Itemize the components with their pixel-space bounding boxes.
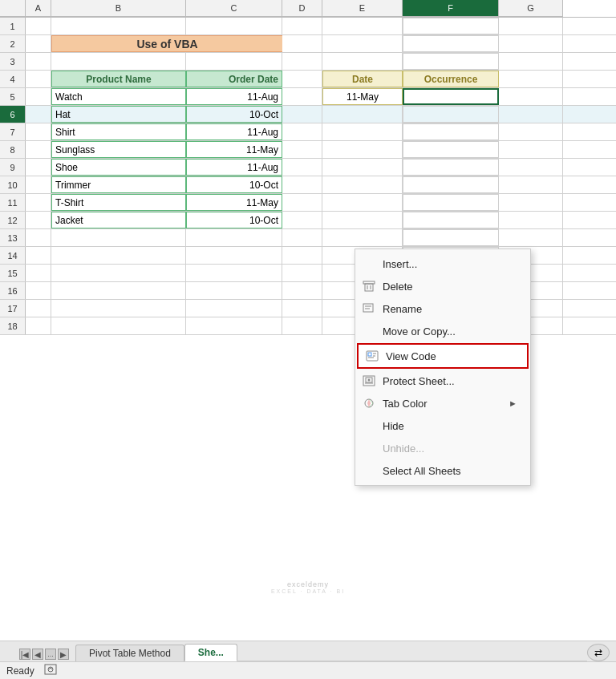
cell-d1[interactable] xyxy=(282,18,322,34)
cell-g5[interactable] xyxy=(499,88,563,105)
cell-g10[interactable] xyxy=(499,176,563,193)
cell-a1[interactable] xyxy=(26,18,51,34)
product-cell[interactable]: Hat xyxy=(51,106,186,123)
cell-g12[interactable] xyxy=(499,212,563,228)
row-num: 17 xyxy=(0,300,26,317)
cell-a3[interactable] xyxy=(26,53,51,70)
cell-a2[interactable] xyxy=(26,35,51,52)
tab-nav-prev[interactable]: ◀ xyxy=(32,649,43,660)
cell-d7[interactable] xyxy=(282,123,322,140)
table-row: 11 T-Shirt 11-May xyxy=(0,194,616,212)
tab-pivot-table[interactable]: Pivot Table Method xyxy=(75,645,184,661)
cell-a12[interactable] xyxy=(26,212,51,228)
menu-protect-sheet[interactable]: Protect Sheet... xyxy=(355,370,530,392)
product-header: Product Name xyxy=(51,71,186,87)
tab-nav-next[interactable]: ▶ xyxy=(58,649,69,660)
product-cell[interactable]: Jacket xyxy=(51,212,186,228)
cell-g6[interactable] xyxy=(499,106,563,123)
product-cell[interactable]: Watch xyxy=(51,88,186,105)
occurrence-cell-selected[interactable] xyxy=(403,88,499,105)
cell-d9[interactable] xyxy=(282,159,322,176)
cell-g9[interactable] xyxy=(499,159,563,176)
cell-a8[interactable] xyxy=(26,141,51,158)
product-cell[interactable]: Sunglass xyxy=(51,141,186,158)
scroll-nav-button[interactable]: ⇄ xyxy=(587,644,610,661)
product-cell[interactable]: Shoe xyxy=(51,159,186,176)
menu-insert[interactable]: Insert... xyxy=(355,253,530,275)
date-cell[interactable]: 11-May xyxy=(186,194,282,211)
date-cell[interactable]: 10-Oct xyxy=(186,106,282,123)
cell-g1[interactable] xyxy=(499,18,563,34)
product-cell[interactable]: Shirt xyxy=(51,123,186,140)
date-cell[interactable]: 10-Oct xyxy=(186,176,282,193)
cell-a7[interactable] xyxy=(26,123,51,140)
cell-e12[interactable] xyxy=(322,212,403,228)
cell-c3[interactable] xyxy=(186,53,282,70)
date-cell[interactable]: 11-Aug xyxy=(186,88,282,105)
cell-e10[interactable] xyxy=(322,176,403,193)
cell-a4[interactable] xyxy=(26,71,51,87)
cell-f9[interactable] xyxy=(403,159,499,176)
cell-d5[interactable] xyxy=(282,88,322,105)
cell-d12[interactable] xyxy=(282,212,322,228)
cell-a10[interactable] xyxy=(26,176,51,193)
cell-a9[interactable] xyxy=(26,159,51,176)
date-right-data[interactable]: 11-May xyxy=(322,88,403,105)
cell-d11[interactable] xyxy=(282,194,322,211)
product-cell[interactable]: T-Shirt xyxy=(51,194,186,211)
cell-e9[interactable] xyxy=(322,159,403,176)
cell-e2[interactable] xyxy=(322,35,403,52)
menu-move-copy[interactable]: Move or Copy... xyxy=(355,320,530,342)
cell-f7[interactable] xyxy=(403,123,499,140)
cell-f1[interactable] xyxy=(403,18,499,34)
cell-f10[interactable] xyxy=(403,176,499,193)
cell-e6[interactable] xyxy=(322,106,403,123)
tab-nav-first[interactable]: |◀ xyxy=(19,649,30,660)
cell-g4[interactable] xyxy=(499,71,563,87)
menu-tab-color[interactable]: Tab Color ► xyxy=(355,392,530,414)
date-cell[interactable]: 11-May xyxy=(186,141,282,158)
tab-sheet[interactable]: She... xyxy=(184,644,237,661)
product-cell[interactable]: Trimmer xyxy=(51,176,186,193)
cell-g8[interactable] xyxy=(499,141,563,158)
cell-g2[interactable] xyxy=(499,35,563,52)
menu-unhide[interactable]: Unhide... xyxy=(355,437,530,459)
menu-delete[interactable]: Delete xyxy=(355,275,530,297)
menu-rename[interactable]: Rename xyxy=(355,297,530,320)
cell-b1[interactable] xyxy=(51,18,186,34)
cell-d6[interactable] xyxy=(282,106,322,123)
cell-d10[interactable] xyxy=(282,176,322,193)
cell-e1[interactable] xyxy=(322,18,403,34)
watermark: exceldemy EXCEL · DATA · BI xyxy=(271,580,345,594)
date-cell[interactable]: 10-Oct xyxy=(186,212,282,228)
cell-d4[interactable] xyxy=(282,71,322,87)
cell-e11[interactable] xyxy=(322,194,403,211)
cell-c1[interactable] xyxy=(186,18,282,34)
tab-nav-dots[interactable]: ... xyxy=(45,649,56,660)
cell-f6[interactable] xyxy=(403,106,499,123)
cell-e3[interactable] xyxy=(322,53,403,70)
cell-e7[interactable] xyxy=(322,123,403,140)
date-cell[interactable]: 11-Aug xyxy=(186,159,282,176)
cell-a5[interactable] xyxy=(26,88,51,105)
cell-f12[interactable] xyxy=(403,212,499,228)
menu-hide[interactable]: Hide xyxy=(355,414,530,437)
date-cell[interactable]: 11-Aug xyxy=(186,123,282,140)
cell-f2[interactable] xyxy=(403,35,499,52)
cell-b3[interactable] xyxy=(51,53,186,70)
cell-e8[interactable] xyxy=(322,141,403,158)
cell-f11[interactable] xyxy=(403,194,499,211)
cell-d3[interactable] xyxy=(282,53,322,70)
menu-view-code[interactable]: View Code xyxy=(357,343,529,369)
cell-f8[interactable] xyxy=(403,141,499,158)
cell-d2[interactable] xyxy=(282,35,322,52)
cell-g3[interactable] xyxy=(499,53,563,70)
cell-d8[interactable] xyxy=(282,141,322,158)
cell-g7[interactable] xyxy=(499,123,563,140)
col-header-g: G xyxy=(499,0,563,17)
cell-a6[interactable] xyxy=(26,106,51,123)
cell-g11[interactable] xyxy=(499,194,563,211)
cell-f3[interactable] xyxy=(403,53,499,70)
cell-a11[interactable] xyxy=(26,194,51,211)
menu-select-all-sheets[interactable]: Select All Sheets xyxy=(355,459,530,482)
